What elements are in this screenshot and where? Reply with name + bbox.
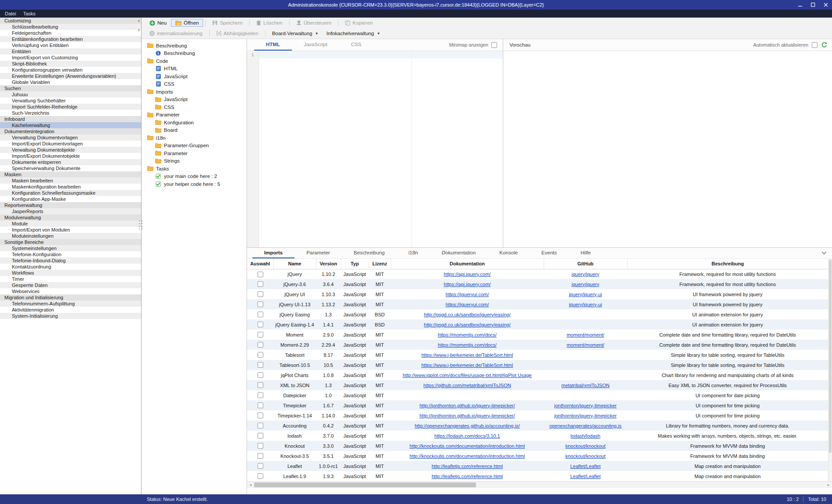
sidebar-item-import-export-dokumentvorlagen[interactable]: Import/Export Dokumentvorlagen [0, 141, 141, 147]
menu-datei[interactable]: Datei [1, 11, 20, 16]
github-link[interactable]: jquery/jquery [572, 272, 599, 277]
infokachelverwaltung-button[interactable]: Infokachelverwaltung▾ [322, 29, 384, 37]
doc-link[interactable]: http://www.jqplot.com/docs/files/usage-t… [403, 373, 531, 378]
tree-node-parameter[interactable]: Parameter [142, 111, 247, 119]
table-horizontal-scrollbar[interactable]: ◄ ► [247, 481, 832, 488]
doc-link[interactable]: https://momentjs.com/docs/ [438, 342, 497, 348]
tree-node-strings[interactable]: Strings [142, 157, 247, 165]
doc-link[interactable]: http://leafletjs.com/reference.html [432, 474, 503, 479]
tree-node-your-helper-code-here-5[interactable]: your helper code here : 5 [142, 180, 247, 188]
tree-node-parameter[interactable]: Parameter [142, 149, 247, 157]
sidebar-item-timer[interactable]: Timer [0, 276, 141, 282]
sidebar-item-import-export-von-modulen[interactable]: Import/Export von Modulen [0, 227, 141, 233]
row-checkbox[interactable] [258, 423, 263, 428]
sidebar-item-telefonnummern-aufsplittung[interactable]: Telefonnummern-Aufsplittung [0, 301, 141, 307]
sidebar-section-migration-und-initialisierung[interactable]: Migration und Initialisierung [0, 294, 141, 301]
sidebar-item-erweiterte-einstellungen-anwendungsvariablen[interactable]: Erweiterte Einstellungen (Anwendungsvari… [0, 73, 141, 79]
tree-node-beschreibung[interactable]: Beschreibung [142, 50, 247, 58]
tab-javascript[interactable]: JavaScript [292, 39, 339, 51]
row-checkbox[interactable] [258, 362, 263, 368]
minimap-checkbox[interactable] [491, 42, 497, 48]
column-header-dokumentation[interactable]: Dokumentation [391, 259, 544, 269]
sidebar-item-juhuuu[interactable]: Juhuuu [0, 91, 141, 98]
sidebar-item-verwaltung-suchbeh-lter[interactable]: Verwaltung Suchbehälter [0, 98, 141, 104]
sidebar-section-modulverwaltung[interactable]: Modulverwaltung [0, 214, 141, 221]
row-checkbox[interactable] [258, 291, 263, 297]
vertical-scroll-thumb[interactable] [829, 260, 832, 453]
sidebar-item-import-suchfelder-reihenfolge[interactable]: Import Suchfelder-Reihenfolge [0, 104, 141, 110]
sidebar-item-masken-bearbeiten[interactable]: Masken bearbeiten [0, 178, 141, 184]
row-checkbox[interactable] [258, 272, 263, 277]
chevron-down-icon[interactable] [821, 248, 832, 258]
tree-node-parameter-gruppen[interactable]: Parameter-Gruppen [142, 142, 247, 150]
sidebar-item-verwaltung-dokumentobjekte[interactable]: Verwaltung Dokumentobjekte [0, 147, 141, 153]
sidebar-section-infoboard[interactable]: Infoboard [0, 116, 141, 122]
doc-link[interactable]: https://www.j-berkemeier.de/TableSort.ht… [421, 363, 513, 368]
tab-hilfe[interactable]: Hilfe [569, 248, 603, 258]
doc-link[interactable]: https://www.j-berkemeier.de/TableSort.ht… [421, 352, 513, 358]
doc-link[interactable]: http://knockoutjs.com/documentation/intr… [410, 443, 525, 449]
row-checkbox[interactable] [258, 433, 263, 439]
row-checkbox[interactable] [258, 473, 263, 479]
column-header-github[interactable]: GitHub [544, 259, 627, 269]
github-link[interactable]: metatribal/xmlToJSON [561, 383, 609, 388]
tree-node-code[interactable]: Code [142, 57, 247, 65]
sidebar-section-customizing[interactable]: Customizing [0, 18, 141, 24]
code-area[interactable] [259, 51, 503, 247]
row-checkbox[interactable] [258, 342, 263, 348]
tree-node-css[interactable]: CSS [142, 103, 247, 111]
sidebar-section-masken[interactable]: Masken [0, 171, 141, 178]
row-checkbox[interactable] [258, 312, 263, 317]
doc-link[interactable]: https://api.jquery.com/ [444, 272, 491, 277]
auto-update-checkbox[interactable] [812, 42, 817, 48]
sidebar-item-kontaktzuordnung[interactable]: Kontaktzuordnung [0, 264, 141, 270]
row-checkbox[interactable] [258, 402, 263, 408]
github-link[interactable]: moment/moment/ [567, 332, 604, 337]
tree-node-javascript[interactable]: JavaScript [142, 96, 247, 104]
github-link[interactable]: jonthornton/jquery-timepicker [554, 403, 617, 408]
maximize-button[interactable] [807, 0, 819, 10]
tree-node-beschreibung[interactable]: Beschreibung [142, 42, 247, 50]
doc-link[interactable]: https://jqueryui.com/ [446, 292, 489, 297]
doc-link[interactable]: http://gsgd.co.uk/sandbox/jquery/easing/ [424, 322, 511, 327]
tab-i18n[interactable]: i18n [396, 248, 430, 258]
sidebar-item-systemeinstellungen[interactable]: Systemeinstellungen [0, 245, 141, 251]
github-link[interactable]: jonthornton/jquery-timepicker [554, 413, 617, 418]
sidebar-item-konfiguration-app-maske[interactable]: Konfiguration App-Maske [0, 196, 141, 202]
doc-link[interactable]: https://momentjs.com/docs/ [438, 332, 497, 337]
sidebar-item-kachelverwaltung[interactable]: Kachelverwaltung [0, 122, 141, 128]
doc-link[interactable]: http://jonthornton.github.io/jquery-time… [419, 403, 515, 408]
column-header-version[interactable]: Version [316, 259, 341, 269]
sidebar-section-reportverwaltung[interactable]: Reportverwaltung [0, 202, 141, 208]
row-checkbox[interactable] [258, 281, 263, 287]
doc-link[interactable]: https://lodash.com/docs/3.10.1 [434, 433, 500, 439]
sidebar-item-feldeigenschaften[interactable]: Feldeigenschaften [0, 30, 141, 36]
row-checkbox[interactable] [258, 453, 263, 459]
sidebar-item-entit-ten[interactable]: Entitäten [0, 48, 141, 54]
github-link[interactable]: knockout/knockout [565, 443, 605, 449]
tab-events[interactable]: Events [530, 248, 569, 258]
sidebar-item-webservices[interactable]: Webservices [0, 288, 141, 294]
github-link[interactable]: knockout/knockout [565, 453, 605, 459]
tab-dokumentation[interactable]: Dokumentation [430, 248, 487, 258]
tree-node-css[interactable]: CSS [142, 80, 247, 88]
github-link[interactable]: Leaflet/Leaflet [570, 464, 600, 469]
doc-link[interactable]: https://jqueryui.com/ [446, 302, 489, 307]
minimize-button[interactable] [794, 0, 807, 10]
sidebar-item-maskenkonfiguration-bearbeiten[interactable]: Maskenkonfiguration bearbeiten [0, 184, 141, 190]
sidebar-item-globale-variablen[interactable]: Globale Variablen [0, 79, 141, 85]
expand-right-icon[interactable]: › [138, 28, 140, 32]
tab-beschreibung[interactable]: Beschreibung [342, 248, 396, 258]
sidebar-item-telefonie-konfiguration[interactable]: Telefonie-Konfiguration [0, 251, 141, 257]
doc-link[interactable]: http://knockoutjs.com/documentation/intr… [410, 453, 525, 459]
sidebar-item-dokumente-entsperren[interactable]: Dokumente entsperren [0, 159, 141, 165]
sidebar-item-gesperrte-daten[interactable]: Gesperrte Daten [0, 282, 141, 288]
row-checkbox[interactable] [258, 443, 263, 449]
github-link[interactable]: lodash/lodash [570, 433, 600, 439]
column-header-name[interactable]: Name [273, 259, 316, 269]
doc-link[interactable]: http://gsgd.co.uk/sandbox/jquery/easing/ [424, 312, 511, 317]
sidebar-item-such-verzeichnis[interactable]: Such-Verzeichnis [0, 110, 141, 116]
row-checkbox[interactable] [258, 332, 263, 337]
sidebar-item-verwaltung-dokumentvorlagen[interactable]: Verwaltung Dokumentvorlagen [0, 134, 141, 141]
tab-html[interactable]: HTML [254, 39, 292, 51]
